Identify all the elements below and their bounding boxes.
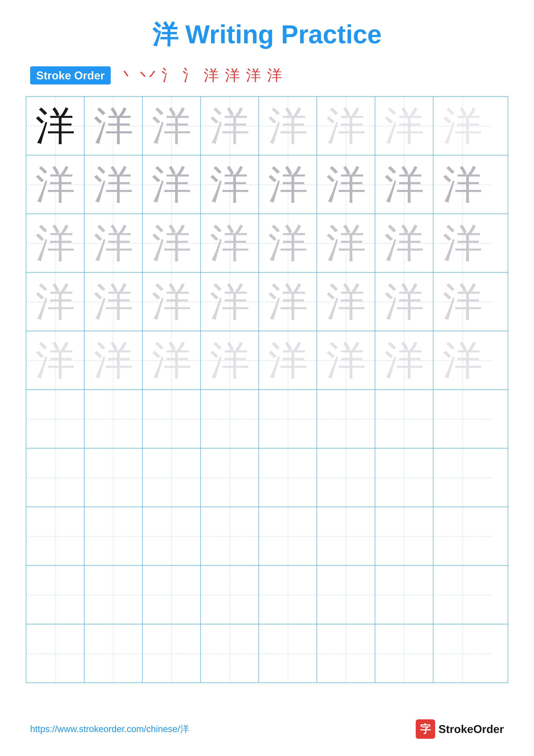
grid-cell[interactable]: 洋: [433, 273, 492, 331]
grid-cell[interactable]: [26, 448, 85, 507]
char-fade: 洋: [35, 340, 75, 380]
char-fade: 洋: [443, 223, 483, 263]
grid-cell[interactable]: [433, 566, 492, 624]
grid-cell[interactable]: [375, 507, 433, 565]
grid-cell[interactable]: [85, 507, 142, 565]
grid-cell[interactable]: [317, 448, 375, 507]
grid-cell[interactable]: [85, 624, 142, 683]
grid-cell[interactable]: [26, 566, 85, 624]
grid-cell[interactable]: 洋: [85, 214, 142, 272]
stroke-order-chars: 丶 丷 氵 氵 洋 洋 洋 洋: [119, 65, 286, 86]
grid-cell[interactable]: [259, 390, 317, 448]
char-fade: 洋: [326, 223, 366, 263]
grid-cell[interactable]: [259, 624, 317, 683]
grid-cell[interactable]: [433, 448, 492, 507]
grid-cell[interactable]: [375, 390, 433, 448]
grid-cell[interactable]: 洋: [375, 273, 433, 331]
grid-cell[interactable]: 洋: [375, 155, 433, 214]
grid-cell[interactable]: 洋: [433, 331, 492, 390]
grid-cell[interactable]: 洋: [317, 214, 375, 272]
grid-cell[interactable]: [142, 390, 201, 448]
grid-cell[interactable]: [201, 624, 259, 683]
footer-logo-icon: 字: [416, 719, 435, 739]
grid-cell[interactable]: 洋: [317, 331, 375, 390]
grid-cell[interactable]: [201, 566, 259, 624]
grid-cell[interactable]: [433, 624, 492, 683]
grid-cell[interactable]: [142, 448, 201, 507]
grid-cell[interactable]: 洋: [201, 331, 259, 390]
grid-cell[interactable]: [85, 566, 142, 624]
char-fade: 洋: [268, 282, 308, 322]
grid-cell[interactable]: 洋: [259, 331, 317, 390]
grid-cell[interactable]: 洋: [142, 155, 201, 214]
grid-cell[interactable]: 洋: [142, 331, 201, 390]
grid-row-6: [26, 390, 508, 448]
grid-cell[interactable]: [317, 566, 375, 624]
grid-cell[interactable]: 洋: [259, 155, 317, 214]
grid-cell[interactable]: [375, 448, 433, 507]
grid-cell[interactable]: [201, 390, 259, 448]
grid-cell[interactable]: 洋: [85, 97, 142, 155]
grid-cell[interactable]: 洋: [26, 214, 85, 272]
char-fade: 洋: [384, 106, 424, 146]
footer-url[interactable]: https://www.strokeorder.com/chinese/洋: [30, 723, 189, 735]
grid-cell[interactable]: 洋: [317, 273, 375, 331]
grid-cell[interactable]: [317, 390, 375, 448]
grid-cell[interactable]: [375, 566, 433, 624]
grid-cell[interactable]: 洋: [375, 331, 433, 390]
grid-cell[interactable]: 洋: [433, 214, 492, 272]
grid-cell[interactable]: 洋: [85, 331, 142, 390]
grid-cell[interactable]: [142, 507, 201, 565]
grid-cell[interactable]: 洋: [201, 214, 259, 272]
grid-cell[interactable]: 洋: [317, 155, 375, 214]
grid-cell[interactable]: [201, 448, 259, 507]
grid-cell[interactable]: 洋: [433, 97, 492, 155]
grid-cell[interactable]: 洋: [201, 273, 259, 331]
char-fade: 洋: [93, 106, 133, 146]
grid-cell[interactable]: [201, 507, 259, 565]
grid-cell[interactable]: 洋: [375, 214, 433, 272]
grid-cell[interactable]: [375, 624, 433, 683]
grid-cell[interactable]: 洋: [259, 97, 317, 155]
grid-cell[interactable]: [85, 448, 142, 507]
grid-cell[interactable]: 洋: [26, 155, 85, 214]
grid-row-7: [26, 448, 508, 507]
grid-cell[interactable]: [433, 507, 492, 565]
grid-cell[interactable]: 洋: [317, 97, 375, 155]
grid-cell[interactable]: 洋: [142, 97, 201, 155]
grid-cell[interactable]: [259, 448, 317, 507]
grid-cell[interactable]: [26, 390, 85, 448]
grid-cell[interactable]: [317, 624, 375, 683]
grid-cell[interactable]: [26, 507, 85, 565]
grid-cell[interactable]: 洋: [142, 214, 201, 272]
grid-cell[interactable]: 洋: [85, 155, 142, 214]
grid-cell[interactable]: [26, 624, 85, 683]
grid-row-8: [26, 507, 508, 566]
grid-cell[interactable]: 洋: [259, 273, 317, 331]
grid-cell[interactable]: 洋: [85, 273, 142, 331]
grid-cell[interactable]: [433, 390, 492, 448]
grid-cell[interactable]: 洋: [26, 97, 85, 155]
char-fade: 洋: [93, 165, 133, 204]
grid-cell[interactable]: 洋: [259, 214, 317, 272]
grid-cell[interactable]: 洋: [375, 97, 433, 155]
grid-cell[interactable]: 洋: [433, 155, 492, 214]
grid-cell[interactable]: 洋: [201, 155, 259, 214]
grid-cell[interactable]: [259, 566, 317, 624]
grid-row-2: 洋 洋 洋 洋 洋 洋 洋 洋: [26, 155, 508, 214]
grid-cell[interactable]: [142, 566, 201, 624]
grid-cell[interactable]: [85, 390, 142, 448]
grid-cell[interactable]: [259, 507, 317, 565]
title-char: 洋: [152, 20, 178, 49]
stroke-order-badge: Stroke Order: [30, 67, 111, 85]
grid-cell[interactable]: [317, 507, 375, 565]
grid-cell[interactable]: 洋: [142, 273, 201, 331]
grid-row-4: 洋 洋 洋 洋 洋 洋 洋 洋: [26, 273, 508, 331]
grid-cell[interactable]: 洋: [26, 273, 85, 331]
practice-grid: 洋 洋 洋 洋 洋 洋 洋 洋 洋 洋 洋: [26, 96, 508, 683]
char-fade: 洋: [152, 165, 191, 204]
grid-cell[interactable]: 洋: [26, 331, 85, 390]
grid-row-3: 洋 洋 洋 洋 洋 洋 洋 洋: [26, 214, 508, 273]
grid-cell[interactable]: [142, 624, 201, 683]
grid-cell[interactable]: 洋: [201, 97, 259, 155]
